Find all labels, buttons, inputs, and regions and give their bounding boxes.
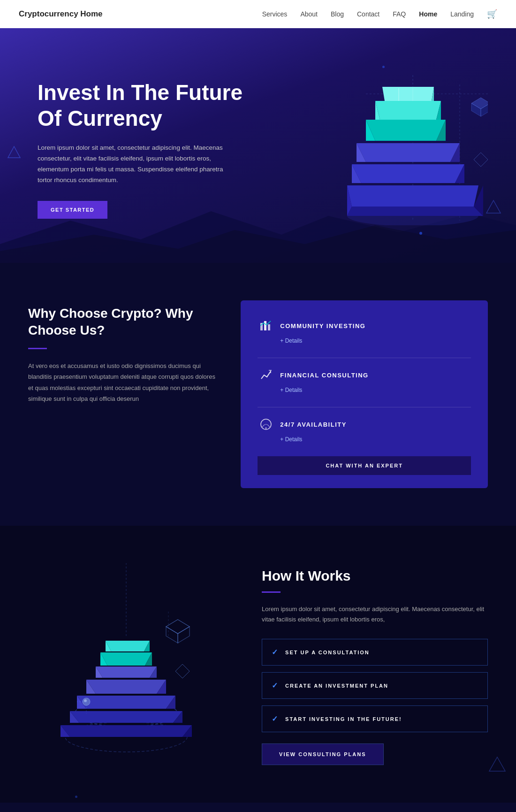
service-financial: FINANCIAL CONSULTING + Details bbox=[258, 367, 471, 394]
hero-body: Lorem ipsum dolor sit amet, consectetur … bbox=[38, 143, 235, 186]
service-title-row-1: COMMUNITY INVESTING bbox=[258, 317, 471, 334]
svg-marker-64 bbox=[166, 620, 190, 634]
how-illustration bbox=[28, 563, 234, 760]
step-check-2: ✓ bbox=[272, 681, 278, 690]
svg-marker-31 bbox=[474, 153, 488, 167]
nav-blog[interactable]: Blog bbox=[331, 10, 344, 18]
svg-marker-3 bbox=[486, 200, 501, 213]
svg-rect-33 bbox=[264, 321, 266, 330]
view-plans-button[interactable]: VIEW CONSULTING PLANS bbox=[262, 743, 383, 765]
nav-about[interactable]: About bbox=[300, 10, 318, 18]
nav-home[interactable]: Home bbox=[419, 10, 437, 18]
svg-marker-67 bbox=[175, 664, 190, 678]
step-check-1: ✓ bbox=[272, 648, 278, 657]
decor-triangle-left bbox=[7, 146, 21, 160]
why-right: COMMUNITY INVESTING + Details FINANCIAL … bbox=[241, 300, 488, 488]
svg-marker-2 bbox=[8, 146, 20, 158]
svg-marker-50 bbox=[86, 680, 166, 694]
step-label-1: SET UP A CONSULTATION bbox=[285, 650, 370, 655]
chart-icon bbox=[258, 317, 274, 334]
service-name-3: 24/7 AVAILABILITY bbox=[280, 421, 347, 428]
step-label-2: CREATE AN INVESTMENT PLAN bbox=[285, 683, 388, 689]
step-check-3: ✓ bbox=[272, 714, 278, 723]
service-details-2[interactable]: + Details bbox=[280, 387, 302, 393]
svg-point-38 bbox=[266, 428, 267, 429]
service-sep-2 bbox=[258, 407, 471, 407]
step-card-2: ✓ CREATE AN INVESTMENT PLAN bbox=[262, 672, 488, 699]
svg-marker-11 bbox=[347, 185, 478, 207]
service-title-row-3: 24/7 AVAILABILITY bbox=[258, 416, 471, 433]
decor-triangle-bottom-right bbox=[488, 756, 507, 774]
why-left: Why Choose Crypto? Why Choose Us? At ver… bbox=[28, 300, 222, 404]
service-availability: 24/7 AVAILABILITY + Details bbox=[258, 416, 471, 443]
nav-contact[interactable]: Contact bbox=[357, 10, 379, 18]
nav-services[interactable]: Services bbox=[262, 10, 288, 18]
svg-marker-15 bbox=[357, 143, 460, 162]
service-community: COMMUNITY INVESTING + Details bbox=[258, 317, 471, 345]
navbar: Cryptocurrency Home Services About Blog … bbox=[0, 0, 516, 28]
svg-marker-8 bbox=[347, 207, 483, 216]
nav-links: Services About Blog Contact FAQ Home Lan… bbox=[262, 9, 497, 19]
how-body: Lorem ipsum dolor sit amet, consectetur … bbox=[262, 604, 488, 625]
brand-logo: Cryptocurrency Home bbox=[19, 9, 103, 19]
why-body: At vero eos et accusamus et iusto odio d… bbox=[28, 360, 222, 405]
service-name-2: FINANCIAL CONSULTING bbox=[280, 372, 368, 379]
svg-marker-66 bbox=[178, 627, 190, 643]
svg-marker-65 bbox=[166, 627, 178, 643]
hero-illustration bbox=[338, 47, 488, 225]
decor-dot-1 bbox=[419, 232, 422, 235]
why-divider bbox=[28, 348, 47, 349]
svg-marker-44 bbox=[70, 711, 182, 723]
step-label-3: START INVESTING IN THE FUTURE! bbox=[285, 716, 402, 722]
chat-expert-button[interactable]: CHAT WITH AN EXPERT bbox=[258, 456, 471, 475]
how-section: How It Works Lorem ipsum dolor sit amet,… bbox=[0, 526, 516, 803]
svg-marker-59 bbox=[106, 641, 150, 651]
service-name-1: COMMUNITY INVESTING bbox=[280, 322, 365, 329]
service-title-row-2: FINANCIAL CONSULTING bbox=[258, 367, 471, 383]
hero-content: Invest In The Future Of Currency Lorem i… bbox=[38, 66, 263, 219]
svg-rect-34 bbox=[268, 324, 270, 330]
svg-marker-53 bbox=[96, 666, 157, 678]
hero-title: Invest In The Future Of Currency bbox=[38, 80, 263, 131]
how-divider bbox=[262, 591, 281, 593]
service-details-1[interactable]: + Details bbox=[280, 337, 302, 344]
svg-marker-24 bbox=[382, 87, 434, 101]
decor-dot-3 bbox=[75, 796, 77, 798]
step-card-3: ✓ START INVESTING IN THE FUTURE! bbox=[262, 705, 488, 732]
svg-marker-47 bbox=[77, 696, 175, 709]
svg-marker-41 bbox=[61, 725, 192, 737]
service-details-3[interactable]: + Details bbox=[280, 436, 302, 443]
cart-icon[interactable]: 🛒 bbox=[487, 9, 497, 19]
nav-landing[interactable]: Landing bbox=[450, 10, 474, 18]
svg-marker-12 bbox=[352, 164, 464, 183]
consulting-icon bbox=[258, 367, 274, 383]
step-card-1: ✓ SET UP A CONSULTATION bbox=[262, 639, 488, 666]
get-started-button[interactable]: GET STARTED bbox=[38, 201, 107, 219]
svg-marker-56 bbox=[100, 652, 152, 666]
availability-icon bbox=[258, 416, 274, 433]
nav-faq[interactable]: FAQ bbox=[393, 10, 406, 18]
why-section: Why Choose Crypto? Why Choose Us? At ver… bbox=[0, 263, 516, 526]
why-heading: Why Choose Crypto? Why Choose Us? bbox=[28, 305, 222, 339]
svg-marker-72 bbox=[489, 757, 505, 771]
hero-section: Invest In The Future Of Currency Lorem i… bbox=[0, 28, 516, 263]
how-heading: How It Works bbox=[262, 568, 488, 584]
service-sep-1 bbox=[258, 358, 471, 358]
svg-marker-18 bbox=[366, 120, 446, 141]
svg-marker-21 bbox=[375, 101, 441, 120]
how-right: How It Works Lorem ipsum dolor sit amet,… bbox=[262, 563, 488, 765]
